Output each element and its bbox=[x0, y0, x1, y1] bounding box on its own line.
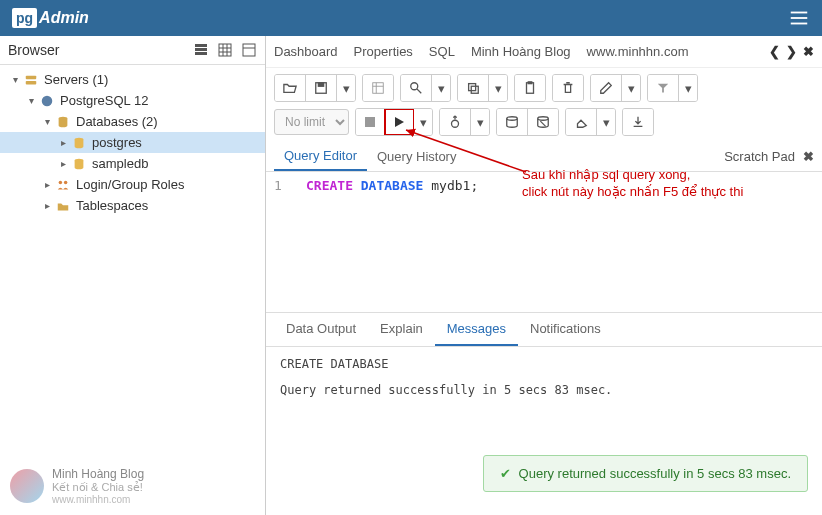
tab-dashboard[interactable]: Dashboard bbox=[274, 40, 338, 63]
tab-query-editor[interactable]: Query Editor bbox=[274, 142, 367, 171]
svg-line-27 bbox=[417, 89, 421, 93]
sidebar-sql-icon[interactable] bbox=[241, 42, 257, 58]
annotation-arrow-icon bbox=[396, 124, 536, 176]
tree-label: Servers (1) bbox=[44, 72, 108, 87]
annotation-line2: click nút này hoặc nhấn F5 để thực thi bbox=[522, 184, 743, 201]
svg-line-37 bbox=[406, 130, 526, 172]
scratch-pad-close-icon[interactable]: ✖ bbox=[803, 149, 814, 164]
tree-item-sampledb[interactable]: ▸sampledb bbox=[0, 153, 265, 174]
svg-point-19 bbox=[59, 180, 63, 184]
svg-line-36 bbox=[540, 121, 545, 126]
message-line1: CREATE DATABASE bbox=[280, 357, 808, 371]
svg-rect-5 bbox=[195, 52, 207, 55]
tree-item-databases-2-[interactable]: ▾Databases (2) bbox=[0, 111, 265, 132]
tab-prev-icon[interactable]: ❮ bbox=[769, 44, 780, 59]
tab-close-icon[interactable]: ✖ bbox=[803, 44, 814, 59]
tree-toggle-icon[interactable]: ▾ bbox=[40, 116, 54, 127]
clear-button[interactable] bbox=[566, 109, 597, 135]
content-area: Dashboard Properties SQL Minh Hoàng Blog… bbox=[266, 36, 822, 515]
stop-button[interactable] bbox=[356, 109, 385, 135]
svg-rect-4 bbox=[195, 48, 207, 51]
tree-item-tablespaces[interactable]: ▸Tablespaces bbox=[0, 195, 265, 216]
footer-logo-icon bbox=[10, 469, 44, 503]
tab-www[interactable]: www.minhhn.com bbox=[587, 40, 689, 63]
filter-dropdown[interactable]: ▾ bbox=[679, 75, 697, 101]
svg-point-35 bbox=[538, 117, 549, 121]
db-gold-icon bbox=[70, 136, 88, 150]
db-icon bbox=[54, 115, 72, 129]
delete-button[interactable] bbox=[553, 75, 583, 101]
check-icon: ✔ bbox=[500, 466, 511, 481]
sql-editor[interactable]: 1 CREATE DATABASE mydb1; Sau khi nhập sq… bbox=[266, 172, 822, 312]
svg-point-26 bbox=[411, 83, 418, 90]
tree-label: Login/Group Roles bbox=[76, 177, 184, 192]
tab-messages[interactable]: Messages bbox=[435, 313, 518, 346]
svg-rect-14 bbox=[26, 80, 37, 84]
row-limit-select[interactable]: No limit bbox=[274, 109, 349, 135]
tree-label: PostgreSQL 12 bbox=[60, 93, 148, 108]
object-tree: ▾Servers (1)▾PostgreSQL 12▾Databases (2)… bbox=[0, 65, 265, 457]
save-button[interactable] bbox=[306, 75, 337, 101]
tree-item-postgresql-12[interactable]: ▾PostgreSQL 12 bbox=[0, 90, 265, 111]
tree-item-login-group-roles[interactable]: ▸Login/Group Roles bbox=[0, 174, 265, 195]
db-gold-icon bbox=[70, 157, 88, 171]
sql-code: CREATE DATABASE mydb1; bbox=[306, 178, 478, 193]
tree-label: postgres bbox=[92, 135, 142, 150]
download-button[interactable] bbox=[623, 109, 653, 135]
roles-icon bbox=[54, 178, 72, 192]
edit-button[interactable] bbox=[591, 75, 622, 101]
save-dropdown[interactable]: ▾ bbox=[337, 75, 355, 101]
tree-toggle-icon[interactable]: ▸ bbox=[56, 158, 70, 169]
find-dropdown[interactable]: ▾ bbox=[432, 75, 450, 101]
copy-button[interactable] bbox=[458, 75, 489, 101]
sidebar-properties-icon[interactable] bbox=[193, 42, 209, 58]
tree-label: Tablespaces bbox=[76, 198, 148, 213]
svg-rect-23 bbox=[373, 83, 384, 94]
tab-next-icon[interactable]: ❯ bbox=[786, 44, 797, 59]
svg-point-34 bbox=[507, 117, 518, 121]
keyword-create: CREATE bbox=[306, 178, 353, 193]
svg-rect-11 bbox=[243, 44, 255, 56]
elephant-icon bbox=[38, 94, 56, 108]
tab-sql[interactable]: SQL bbox=[429, 40, 455, 63]
sidebar-grid-icon[interactable] bbox=[217, 42, 233, 58]
edit-dropdown[interactable]: ▾ bbox=[622, 75, 640, 101]
tree-item-servers-1-[interactable]: ▾Servers (1) bbox=[0, 69, 265, 90]
open-file-button[interactable] bbox=[275, 75, 306, 101]
success-toast: ✔ Query returned successfully in 5 secs … bbox=[483, 455, 808, 492]
logo-suffix: Admin bbox=[39, 9, 89, 27]
svg-rect-13 bbox=[26, 75, 37, 79]
sidebar-header: Browser bbox=[0, 36, 265, 65]
success-text: Query returned successfully in 5 secs 83… bbox=[519, 466, 791, 481]
svg-rect-30 bbox=[527, 83, 534, 94]
sidebar-title: Browser bbox=[8, 42, 59, 58]
tab-blog[interactable]: Minh Hoàng Blog bbox=[471, 40, 571, 63]
top-tab-bar: Dashboard Properties SQL Minh Hoàng Blog… bbox=[266, 36, 822, 68]
clear-dropdown[interactable]: ▾ bbox=[597, 109, 615, 135]
annotation-line1: Sau khi nhập sql query xong, bbox=[522, 167, 743, 184]
paste-button[interactable] bbox=[515, 75, 545, 101]
filter-button[interactable] bbox=[648, 75, 679, 101]
tree-item-postgres[interactable]: ▸postgres bbox=[0, 132, 265, 153]
tree-toggle-icon[interactable]: ▾ bbox=[24, 95, 38, 106]
footer-line1: Minh Hoàng Blog bbox=[52, 467, 144, 481]
tab-properties[interactable]: Properties bbox=[354, 40, 413, 63]
edit-grid-button[interactable] bbox=[363, 75, 393, 101]
tree-label: Databases (2) bbox=[76, 114, 158, 129]
keyword-database: DATABASE bbox=[361, 178, 424, 193]
query-toolbar-row1: ▾ ▾ ▾ ▾ bbox=[266, 68, 822, 108]
tab-explain[interactable]: Explain bbox=[368, 313, 435, 346]
tree-toggle-icon[interactable]: ▸ bbox=[40, 179, 54, 190]
tab-data-output[interactable]: Data Output bbox=[274, 313, 368, 346]
tablespace-icon bbox=[54, 199, 72, 213]
tree-toggle-icon[interactable]: ▸ bbox=[40, 200, 54, 211]
tree-toggle-icon[interactable]: ▾ bbox=[8, 74, 22, 85]
hamburger-menu[interactable] bbox=[788, 7, 810, 29]
identifier: mydb1; bbox=[431, 178, 478, 193]
sidebar-footer: Minh Hoàng Blog Kết nối & Chia sẻ! www.m… bbox=[0, 457, 265, 515]
browser-sidebar: Browser ▾Servers (1)▾PostgreSQL 12▾Datab… bbox=[0, 36, 266, 515]
tab-notifications[interactable]: Notifications bbox=[518, 313, 613, 346]
tree-toggle-icon[interactable]: ▸ bbox=[56, 137, 70, 148]
find-button[interactable] bbox=[401, 75, 432, 101]
copy-dropdown[interactable]: ▾ bbox=[489, 75, 507, 101]
